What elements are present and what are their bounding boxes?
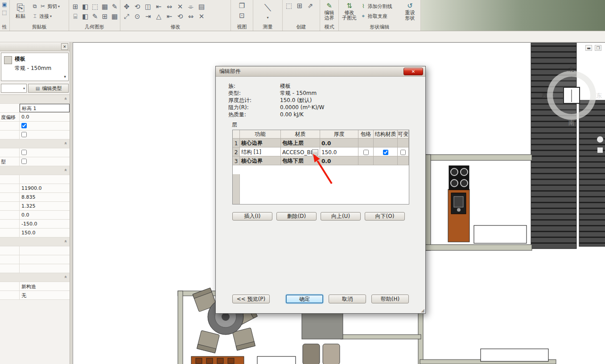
split-icon[interactable]: ⌯ [186,2,195,11]
move-icon[interactable]: ⇤ [165,12,174,21]
properties-icon[interactable]: ▣ [1,1,8,8]
wraps-checkbox[interactable] [363,150,369,155]
geometry-icon[interactable]: ▦ [100,2,109,11]
property-checkbox[interactable] [21,132,27,137]
orientation-compass[interactable]: 北 西 南 东 [547,71,596,120]
restore-view-button[interactable]: ❐ [595,45,601,51]
material-browse-button[interactable]: … [312,149,318,155]
type-selector[interactable]: 楼板 常规 - 150mm ▾ [1,53,69,81]
view-box-icon[interactable]: ⊡ [238,11,247,20]
value-field[interactable]: 0.0 [20,211,70,219]
geometry-icon[interactable]: ⊞ [100,12,109,21]
edit-boundary-button[interactable]: ✎ 编辑 边界 [322,1,337,21]
ok-button[interactable]: 确定 [286,294,323,303]
dialog-close-button[interactable]: ✕ [403,68,423,75]
thickness-cell[interactable]: 150.0 [320,147,358,156]
ribbon-panel-geometry: ⊞ ◧ ⬚ ▦ ✎ ⌸ ◧ ✎ ⊞ ▦ 几何图形 [69,0,120,31]
mirror-icon[interactable]: ◫ [144,2,152,11]
property-row-value: 8.835 [0,193,70,202]
property-row-check [0,122,70,131]
filter-combobox[interactable]: ▾ [1,84,27,93]
edit-type-button[interactable]: ▤ 编辑类型 [28,84,69,93]
mirror-icon[interactable]: ⇔ [186,12,195,21]
info-label: 热质量: [228,111,280,118]
array-icon[interactable]: ▤ [197,2,206,11]
join-button[interactable]: ⌶ 连接 ▾ [31,12,60,20]
offset-field[interactable]: 0.0 [20,113,70,121]
value-field[interactable]: -150.0 [20,220,70,228]
properties-secondary-icon[interactable]: ⬚ [1,9,8,16]
phase-field[interactable]: 无 [20,291,70,299]
move-icon[interactable]: ✥ [122,2,131,11]
value-field[interactable]: 150.0 [20,229,70,237]
room-outline [481,349,548,361]
function-cell[interactable]: 结构 [1] [240,147,281,156]
reset-shape-button[interactable]: ↺ 重设 形状 [401,1,419,21]
insert-button[interactable]: 插入(I) [232,212,272,221]
section-header[interactable]: « [0,273,70,282]
property-checkbox[interactable] [21,159,27,164]
table-row[interactable]: 2 结构 [1] ACCESO_BLA … 150.0 [233,147,409,156]
properties-palette-header[interactable]: ✕ [0,42,70,51]
pin-icon[interactable]: ⊙ [133,12,142,21]
property-checkbox[interactable] [21,123,27,128]
view-window-icon[interactable]: ❐ [238,1,247,10]
geometry-icon[interactable]: ✎ [91,12,99,21]
move-up-button[interactable]: 向上(U) [321,212,361,221]
level-field[interactable]: 标高 1 [20,104,70,112]
section-header[interactable]: « [0,237,70,246]
pick-supports-button[interactable]: ⌖ 拾取支座 [360,12,399,20]
create-load-icon[interactable]: ⇗ [306,1,315,10]
help-button[interactable]: 帮助(H) [371,294,409,303]
rotate-icon[interactable]: ⟲ [176,12,185,21]
minimize-view-button[interactable]: ▬ [585,45,592,51]
preview-button[interactable]: << 预览(P) [232,294,270,303]
delete-icon[interactable]: ✕ [176,2,185,11]
cut-button[interactable]: ⧉ ✂ 剪切 ▾ [31,2,60,10]
panel-label-modify: 修改 [120,24,230,30]
cancel-button[interactable]: 取消 [329,294,366,303]
offset-icon[interactable]: ⇔ [165,2,174,11]
geometry-icon[interactable]: ⬚ [91,2,99,11]
chevron-down-icon[interactable]: ▾ [267,16,268,20]
table-row[interactable]: 3 核心边界 包络下层 0.0 [233,156,409,165]
property-checkbox[interactable] [21,150,27,155]
variable-checkbox[interactable] [400,150,406,155]
value-field[interactable]: 8.835 [20,193,70,201]
rotate-icon[interactable]: ⟲ [133,2,142,11]
value-field[interactable]: 1.325 [20,202,70,210]
align-icon[interactable]: ⇤ [154,2,163,11]
property-label [0,122,20,130]
modify-sub-elements-button[interactable]: ⇅ 修改 子图元 [341,1,358,21]
create-similar-icon[interactable]: ⊞ [295,1,304,10]
structural-material-checkbox[interactable] [383,150,388,155]
measure-ruler-icon[interactable]: ⟍ [261,1,275,14]
chevron-down-icon[interactable]: ▾ [64,74,66,79]
geometry-icon[interactable]: ✎ [110,2,119,11]
resize-grip[interactable]: ◢ [421,308,424,313]
create-group-icon[interactable]: ⬚ [284,1,293,10]
geometry-icon[interactable]: ▦ [110,12,119,21]
section-header[interactable]: « [0,166,70,175]
trim-icon[interactable]: ⇥ [144,12,152,21]
cope-icon[interactable]: △ [154,12,163,21]
dialog-titlebar[interactable]: 编辑部件 ✕ [216,66,425,77]
paste-button[interactable]: ⎘ 粘贴 [12,1,29,19]
table-row[interactable]: 1 核心边界 包络上层 0.0 [233,139,409,147]
layers-table: 功能 材质 厚度 包络 结构材质 可变 1 核心边界 包络上层 0.0 2 结构… [232,130,409,204]
material-cell[interactable]: ACCESO_BLA … [281,147,320,156]
close-palette-button[interactable]: ✕ [61,43,68,50]
delete-button[interactable]: 删除(D) [276,212,317,221]
section-header[interactable]: « [0,139,70,148]
geometry-icon[interactable]: ⊞ [71,2,80,11]
add-split-line-button[interactable]: ⌇ 添加分割线 [360,2,399,10]
geometry-icon[interactable]: ⌸ [71,12,80,21]
delete-icon[interactable]: ✕ [197,12,206,21]
phase-field[interactable]: 新构造 [20,282,70,290]
section-header[interactable]: « [0,95,70,104]
scale-icon[interactable]: ⤢ [122,12,131,21]
geometry-icon[interactable]: ◧ [81,2,90,11]
move-down-button[interactable]: 向下(O) [365,212,405,221]
value-field[interactable]: 11900.0 [20,184,70,192]
geometry-icon[interactable]: ◧ [81,12,90,21]
